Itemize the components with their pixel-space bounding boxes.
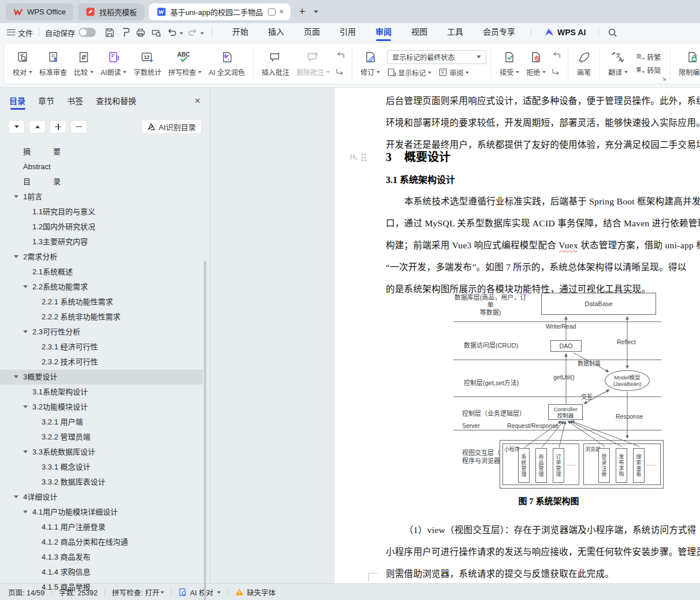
toc-item[interactable]: 2.2.1 系统功能性需求: [0, 295, 203, 310]
toc-item[interactable]: 2.3可行性分析: [0, 325, 203, 340]
tab-docer-templates[interactable]: 找稻壳模板: [78, 3, 144, 20]
ai-recognize-toc-button[interactable]: AI识别目录: [142, 119, 202, 134]
tab-wps-office[interactable]: WPS Office: [6, 3, 73, 20]
menu-tab-视图[interactable]: 视图: [401, 23, 437, 42]
close-sidebar-icon[interactable]: [195, 95, 200, 110]
sidebar-tab-章节[interactable]: 章节: [38, 95, 54, 111]
word-count-button[interactable]: 12 字数统计: [130, 49, 165, 78]
menu-tab-引用[interactable]: 引用: [330, 23, 366, 42]
toc-item[interactable]: 3.3.1 概念设计: [0, 460, 203, 475]
proofread-button[interactable]: 校对: [9, 49, 36, 78]
toc-item[interactable]: 1.2国内外研究状况: [0, 219, 203, 234]
toc-item[interactable]: 1.3主要研究内容: [0, 234, 203, 249]
brush-button[interactable]: 画笔: [573, 49, 595, 78]
collapse-arrow-icon[interactable]: [23, 510, 28, 516]
save-button[interactable]: [104, 27, 115, 38]
toc-item[interactable]: 3.3.2 数据库表设计: [0, 475, 203, 490]
tab-list-dropdown-icon[interactable]: [314, 10, 318, 16]
missing-font-warning[interactable]: 缺失字体: [235, 587, 275, 598]
menu-tab-插入[interactable]: 插入: [258, 23, 294, 42]
toc-item[interactable]: 3.3系统数据库设计: [0, 445, 203, 460]
simplified-to-traditional-button[interactable]: 简 转繁: [636, 52, 661, 62]
toc-item[interactable]: 2.2.2 系统非功能性需求: [0, 310, 203, 325]
toc-item[interactable]: 3.2.2 管理员端: [0, 430, 203, 445]
collapse-arrow-icon[interactable]: [23, 285, 28, 290]
zoom-in-toc-button[interactable]: [50, 120, 66, 133]
track-changes-button[interactable]: 修订: [357, 49, 383, 78]
ai-read-button[interactable]: AI朗读: [97, 49, 130, 78]
toc-item[interactable]: 目 录: [0, 174, 203, 189]
accept-button[interactable]: 接受: [496, 49, 523, 78]
wps-ai-button[interactable]: WPS AI: [537, 27, 593, 38]
undo-button[interactable]: [166, 27, 177, 38]
document-page[interactable]: 后台管理页面则采用响应式设计，适配多种设备，便于管理员操作。此外，系统 环境和部…: [335, 88, 700, 583]
autosave-toggle[interactable]: [79, 28, 96, 37]
toc-item[interactable]: 3.2功能模块设计: [0, 400, 203, 415]
collapse-arrow-icon[interactable]: [14, 375, 18, 381]
preview-window-icon[interactable]: [268, 8, 275, 16]
toc-item[interactable]: 4.1.5 商品举报: [0, 580, 203, 595]
sidebar-tab-查找和替换[interactable]: 查找和替换: [96, 95, 136, 111]
undo-dropdown-icon[interactable]: [180, 32, 183, 36]
toc-item[interactable]: 1.1研究目的与意义: [0, 204, 203, 219]
collapse-arrow-icon[interactable]: [23, 405, 28, 411]
toc-item[interactable]: 3.1系统架构设计: [0, 385, 203, 400]
markup-state-select[interactable]: 显示标记的最终状态: [387, 50, 486, 64]
toc-item[interactable]: Abstract: [0, 159, 203, 174]
menu-tab-开始[interactable]: 开始: [222, 23, 258, 42]
toc-item[interactable]: 4.1.4 求购信息: [0, 565, 203, 580]
ai-polish-button[interactable]: AI 全文润色: [205, 49, 248, 78]
spell-check-button[interactable]: ABC 拼写检查: [165, 49, 205, 78]
previous-change-icon[interactable]: [552, 51, 561, 61]
toc-item[interactable]: 2.3.2 技术可行性: [0, 355, 203, 370]
toc-item[interactable]: 4.1.1 用户注册登录: [0, 520, 203, 535]
redo-button[interactable]: [187, 27, 198, 38]
sidebar-tab-目录[interactable]: 目录: [9, 95, 25, 111]
toc-item[interactable]: 2.1系统概述: [0, 264, 203, 279]
collapse-arrow-icon[interactable]: [14, 255, 18, 260]
export-pdf-button[interactable]: [120, 27, 131, 38]
zoom-out-toc-button[interactable]: [70, 120, 87, 133]
print-preview-button[interactable]: [151, 27, 162, 38]
previous-comment-icon[interactable]: [336, 51, 345, 61]
show-markup-button[interactable]: 显示标记: [387, 68, 431, 77]
review-pane-button[interactable]: 审阅: [438, 68, 469, 77]
expand-all-button[interactable]: [29, 120, 46, 133]
toc-item[interactable]: 4详细设计: [0, 490, 203, 505]
search-icon[interactable]: [607, 27, 618, 38]
dialog-launcher-icon[interactable]: [661, 76, 667, 82]
compare-button[interactable]: 比较: [70, 49, 97, 78]
toc-item[interactable]: 1前言: [0, 189, 203, 204]
menu-tab-会员专享[interactable]: 会员专享: [473, 23, 525, 42]
heading-level-marker[interactable]: H₁: [350, 153, 367, 161]
collapse-arrow-icon[interactable]: [14, 495, 18, 501]
toc-item[interactable]: 3概要设计: [0, 370, 203, 385]
sidebar-tab-书签[interactable]: 书签: [67, 95, 83, 111]
toc-item[interactable]: 摘 要: [0, 144, 203, 159]
print-button[interactable]: [135, 27, 146, 38]
toc-item[interactable]: 2.2系统功能需求: [0, 279, 203, 295]
traditional-to-simplified-button[interactable]: 繁 转简: [636, 65, 661, 75]
toc-item[interactable]: 4.1.2 商品分类和在线沟通: [0, 535, 203, 550]
sidebar-scrollbar[interactable]: [204, 261, 206, 600]
collapse-arrow-icon[interactable]: [14, 195, 18, 200]
new-tab-button[interactable]: [295, 5, 309, 18]
restrict-edit-button[interactable]: 限制编辑: [675, 49, 700, 78]
close-tab-icon[interactable]: [277, 7, 286, 16]
menu-tab-审阅[interactable]: 审阅: [366, 23, 401, 42]
translate-button[interactable]: 文A 翻译: [605, 49, 631, 78]
toc-item[interactable]: 4.1用户功能模块详细设计: [0, 505, 203, 520]
menu-tab-工具[interactable]: 工具: [437, 23, 473, 42]
file-menu[interactable]: 文件: [18, 27, 33, 38]
toc-item[interactable]: 2需求分析: [0, 249, 203, 264]
standard-review-button[interactable]: 标准审查: [36, 49, 70, 78]
drag-handle-icon[interactable]: [362, 154, 363, 155]
reject-button[interactable]: 拒绝: [523, 49, 549, 78]
delete-comment-button[interactable]: 删除批注: [293, 49, 333, 78]
next-change-icon[interactable]: [552, 66, 561, 76]
menu-tab-页面[interactable]: 页面: [294, 23, 330, 42]
collapse-arrow-icon[interactable]: [23, 450, 28, 456]
collapse-all-button[interactable]: [8, 120, 25, 133]
redo-dropdown-icon[interactable]: [200, 32, 204, 36]
collapse-arrow-icon[interactable]: [23, 330, 28, 336]
